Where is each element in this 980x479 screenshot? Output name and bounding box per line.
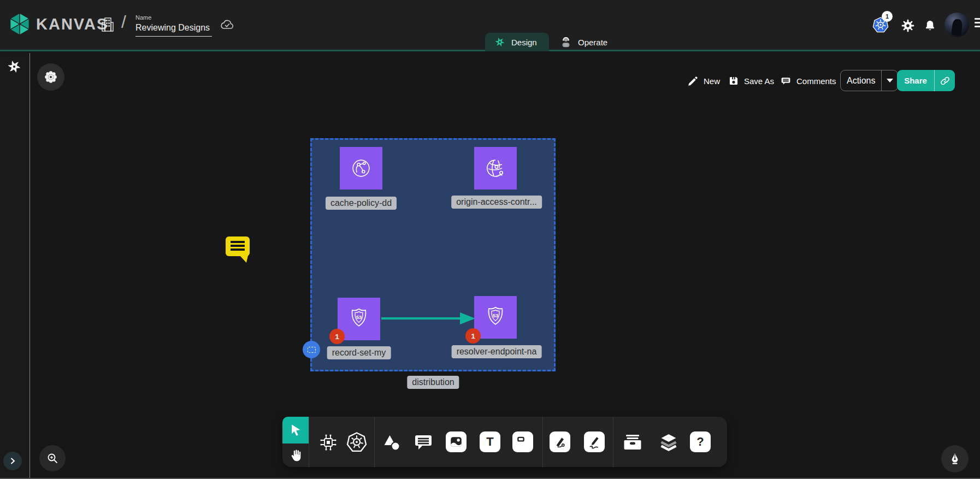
chip-icon [317,431,339,453]
top-bar: KANVAS / Name [0,0,980,51]
design-swirl-icon [494,36,506,48]
card-icon [512,431,533,452]
route53-shield-icon: 53 [483,305,508,330]
comments-bubble-icon [780,75,792,87]
design-name-field: Name [135,14,212,37]
node-label-origin-access-control: origin-access-contr... [451,196,542,209]
connection-arrow [381,310,476,327]
kubernetes-count-badge: 1 [882,11,893,22]
breadcrumb-separator: / [121,12,126,32]
menu-hamburger-icon[interactable] [975,18,980,29]
new-button-label: New [704,76,720,86]
node-badge-resolver-endpoint[interactable]: 1 [465,328,481,344]
shapes-icon [381,431,403,453]
drawer-icon [622,431,644,453]
settings-gear-icon[interactable] [901,19,915,33]
question-mark-icon: ? [690,431,711,452]
svg-text:53: 53 [356,315,362,320]
infrastructure-tool[interactable] [317,431,339,453]
route53-shield-icon: 53 [346,306,371,332]
hand-tool[interactable] [288,447,303,464]
help-tool[interactable]: ? [690,431,711,452]
app-window: KANVAS / Name [0,0,980,479]
shapes-tool[interactable] [381,431,403,453]
layers-icon [658,431,680,453]
tab-design-label: Design [511,38,537,47]
comments-button[interactable]: Comments [780,70,836,92]
cloud-saved-icon [220,19,235,31]
node-badge-record-set[interactable]: 1 [329,329,345,344]
pen-nib-icon [948,452,961,465]
magnifier-plus-icon [46,452,59,465]
cursor-arrow-icon [289,423,303,437]
notifications-bell-icon[interactable] [924,19,936,32]
canvas-comment-marker[interactable] [226,236,250,256]
image-tool[interactable] [446,431,467,452]
zoom-in-button[interactable] [39,445,66,471]
archive-tool[interactable] [622,431,644,453]
kubernetes-tool[interactable] [346,431,368,453]
pencil-scribble-icon [584,431,605,452]
node-cache-policy[interactable] [340,147,382,190]
save-as-button[interactable]: Save As [728,70,774,92]
user-avatar[interactable] [944,13,969,37]
tab-operate[interactable]: Operate [551,33,612,51]
tab-design[interactable]: Design [485,33,549,51]
text-tool[interactable]: T [480,431,500,452]
operator-headset-icon [559,36,572,49]
bottom-toolbar: T [282,417,727,467]
kubernetes-wheel-icon [346,431,368,453]
group-select-handle[interactable] [303,341,320,358]
node-resolver-endpoint[interactable]: 53 [474,296,517,339]
left-sidebar [0,53,30,479]
node-label-resolver-endpoint: resolver-endpoint-na [452,345,542,358]
cloudfront-globe-icon [349,156,374,181]
building-icon[interactable] [100,16,115,33]
card-tool[interactable] [512,431,533,452]
pen-tool[interactable] [550,431,570,452]
comment-bubble-icon [412,431,434,453]
comment-tool[interactable] [412,431,434,453]
canvas-action-bar: New Save As [0,70,980,92]
node-label-record-set: record-set-my [327,346,391,359]
new-button[interactable]: New [687,70,720,92]
pen-nib-button[interactable] [941,445,969,472]
group-label-distribution: distribution [407,376,459,389]
origin-access-globe-icon [483,156,508,181]
select-tool[interactable] [282,417,309,443]
text-icon: T [480,431,500,452]
kanvas-logo-icon [8,12,32,36]
hand-icon [288,448,303,463]
layers-tool[interactable] [658,431,680,453]
svg-text:53: 53 [493,313,498,318]
draw-tool[interactable] [584,431,605,452]
name-field-label: Name [135,14,212,21]
pencil-icon [687,75,699,87]
pen-path-icon [550,431,570,452]
brand: KANVAS [8,12,108,36]
comment-marker-tail [240,256,248,263]
node-label-cache-policy: cache-policy-dd [326,197,397,210]
node-origin-access-control[interactable] [474,147,517,190]
image-icon [446,431,467,452]
save-as-button-label: Save As [744,76,774,86]
floppy-save-icon [728,75,739,86]
dashed-rect-icon [308,347,316,353]
design-name-input[interactable] [135,22,212,37]
tab-operate-label: Operate [578,38,607,47]
comments-button-label: Comments [796,76,836,86]
brand-name: KANVAS [36,15,108,33]
sidebar-expand-button[interactable] [3,452,22,470]
